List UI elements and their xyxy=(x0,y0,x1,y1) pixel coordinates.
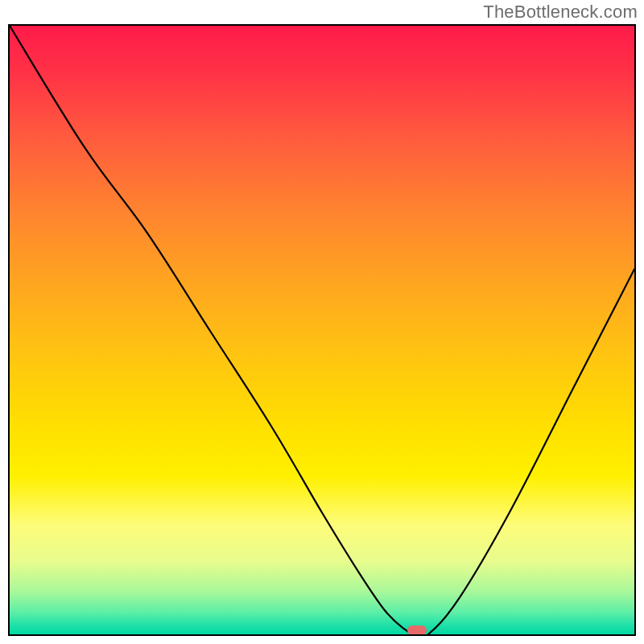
watermark-text: TheBottleneck.com xyxy=(483,2,638,23)
bottleneck-curve-svg xyxy=(10,26,634,634)
optimal-marker xyxy=(407,625,427,635)
bottleneck-curve-path xyxy=(10,26,634,634)
plot-frame xyxy=(8,24,636,636)
chart-container: TheBottleneck.com xyxy=(0,0,644,644)
